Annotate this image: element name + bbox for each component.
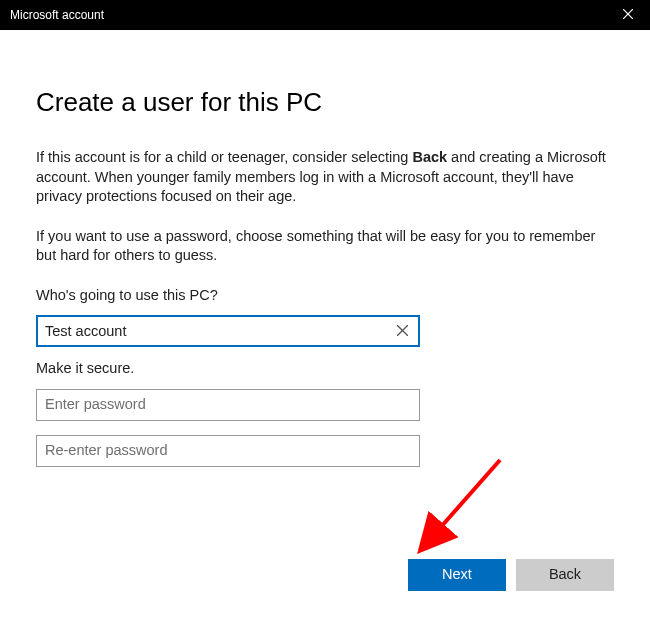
password-placeholder: Enter password — [45, 395, 411, 415]
intro-paragraph-2: If you want to use a password, choose so… — [36, 227, 614, 266]
svg-line-4 — [425, 460, 500, 545]
text-fragment: If this account is for a child or teenag… — [36, 149, 412, 165]
password-confirm-input[interactable]: Re-enter password — [36, 435, 420, 467]
username-label: Who's going to use this PC? — [36, 286, 614, 306]
clear-input-button[interactable] — [393, 322, 411, 340]
clear-icon — [397, 322, 408, 342]
password-input[interactable]: Enter password — [36, 389, 420, 421]
dialog-footer: Next Back — [408, 559, 614, 591]
username-input[interactable]: Test account — [36, 315, 420, 347]
annotation-arrow — [405, 455, 525, 575]
back-button[interactable]: Back — [516, 559, 614, 591]
next-button[interactable]: Next — [408, 559, 506, 591]
back-button-label: Back — [549, 565, 581, 585]
intro-paragraph-1: If this account is for a child or teenag… — [36, 148, 614, 207]
window-title: Microsoft account — [10, 7, 104, 23]
next-button-label: Next — [442, 565, 472, 585]
title-bar: Microsoft account — [0, 0, 650, 30]
dialog-content: Create a user for this PC If this accoun… — [0, 30, 650, 467]
page-heading: Create a user for this PC — [36, 85, 614, 120]
text-bold-back: Back — [412, 149, 447, 165]
secure-label: Make it secure. — [36, 359, 614, 379]
password-confirm-placeholder: Re-enter password — [45, 441, 411, 461]
username-input-value: Test account — [45, 322, 393, 342]
close-icon — [623, 7, 633, 23]
close-button[interactable] — [605, 0, 650, 30]
